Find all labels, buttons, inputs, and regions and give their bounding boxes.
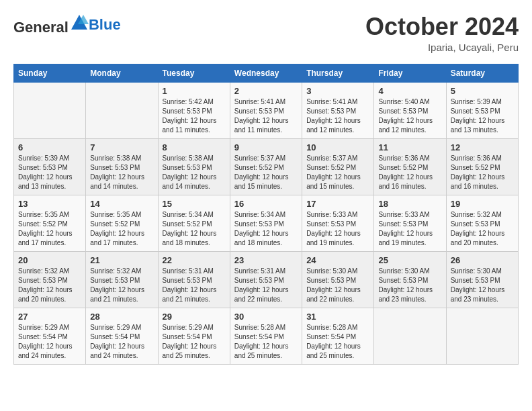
calendar-cell: 18Sunrise: 5:33 AM Sunset: 5:53 PM Dayli… [374,195,446,251]
calendar-cell: 15Sunrise: 5:34 AM Sunset: 5:52 PM Dayli… [158,195,230,251]
day-header-monday: Monday [86,64,158,82]
calendar-cell: 16Sunrise: 5:34 AM Sunset: 5:53 PM Dayli… [230,195,302,251]
day-number: 21 [90,255,153,265]
day-info: Sunrise: 5:38 AM Sunset: 5:53 PM Dayligh… [90,154,153,191]
day-info: Sunrise: 5:31 AM Sunset: 5:53 PM Dayligh… [163,267,226,304]
day-number: 25 [378,255,441,265]
day-number: 4 [378,86,441,96]
day-info: Sunrise: 5:32 AM Sunset: 5:53 PM Dayligh… [18,267,81,304]
day-number: 28 [90,312,153,322]
logo: General Blue [13,13,121,36]
day-number: 17 [306,199,369,209]
calendar-cell: 4Sunrise: 5:40 AM Sunset: 5:53 PM Daylig… [374,82,446,138]
calendar-cell [14,82,86,138]
day-header-thursday: Thursday [302,64,374,82]
day-info: Sunrise: 5:39 AM Sunset: 5:53 PM Dayligh… [18,154,81,191]
calendar-cell: 13Sunrise: 5:35 AM Sunset: 5:52 PM Dayli… [14,195,86,251]
day-info: Sunrise: 5:34 AM Sunset: 5:52 PM Dayligh… [163,210,226,248]
day-info: Sunrise: 5:42 AM Sunset: 5:53 PM Dayligh… [163,97,226,135]
calendar-header: SundayMondayTuesdayWednesdayThursdayFrid… [14,64,519,82]
day-info: Sunrise: 5:37 AM Sunset: 5:52 PM Dayligh… [234,154,298,191]
location: Iparia, Ucayali, Peru [365,42,519,53]
day-info: Sunrise: 5:29 AM Sunset: 5:54 PM Dayligh… [18,323,81,361]
calendar-cell: 11Sunrise: 5:36 AM Sunset: 5:52 PM Dayli… [374,138,446,195]
day-info: Sunrise: 5:35 AM Sunset: 5:52 PM Dayligh… [18,210,81,248]
day-number: 26 [451,255,514,265]
calendar-cell: 27Sunrise: 5:29 AM Sunset: 5:54 PM Dayli… [14,308,86,364]
day-number: 20 [18,255,81,265]
calendar-cell: 6Sunrise: 5:39 AM Sunset: 5:53 PM Daylig… [14,138,86,195]
calendar-cell: 8Sunrise: 5:38 AM Sunset: 5:53 PM Daylig… [158,138,230,195]
day-number: 19 [451,199,514,209]
day-number: 3 [306,86,369,96]
day-info: Sunrise: 5:40 AM Sunset: 5:53 PM Dayligh… [378,97,441,135]
day-number: 22 [163,255,226,265]
day-number: 9 [234,142,298,152]
calendar-cell: 20Sunrise: 5:32 AM Sunset: 5:53 PM Dayli… [14,251,86,308]
day-number: 6 [18,142,81,152]
calendar-cell [86,82,158,138]
day-number: 31 [306,312,369,322]
calendar-cell: 10Sunrise: 5:37 AM Sunset: 5:52 PM Dayli… [302,138,374,195]
day-info: Sunrise: 5:32 AM Sunset: 5:53 PM Dayligh… [90,267,153,304]
calendar-cell: 30Sunrise: 5:28 AM Sunset: 5:54 PM Dayli… [230,308,302,364]
calendar-table: SundayMondayTuesdayWednesdayThursdayFrid… [13,64,519,365]
calendar-cell: 14Sunrise: 5:35 AM Sunset: 5:52 PM Dayli… [86,195,158,251]
calendar-week-2: 6Sunrise: 5:39 AM Sunset: 5:53 PM Daylig… [14,138,519,195]
day-info: Sunrise: 5:30 AM Sunset: 5:53 PM Dayligh… [378,267,441,304]
day-info: Sunrise: 5:36 AM Sunset: 5:52 PM Dayligh… [451,154,514,191]
calendar-cell: 9Sunrise: 5:37 AM Sunset: 5:52 PM Daylig… [230,138,302,195]
day-info: Sunrise: 5:33 AM Sunset: 5:53 PM Dayligh… [306,210,369,248]
calendar-cell [446,308,518,364]
day-info: Sunrise: 5:37 AM Sunset: 5:52 PM Dayligh… [306,154,369,191]
calendar-cell: 26Sunrise: 5:30 AM Sunset: 5:53 PM Dayli… [446,251,518,308]
day-info: Sunrise: 5:39 AM Sunset: 5:53 PM Dayligh… [451,97,514,135]
calendar-cell: 21Sunrise: 5:32 AM Sunset: 5:53 PM Dayli… [86,251,158,308]
day-number: 12 [451,142,514,152]
header-row: SundayMondayTuesdayWednesdayThursdayFrid… [14,64,519,82]
calendar-cell: 2Sunrise: 5:41 AM Sunset: 5:53 PM Daylig… [230,82,302,138]
calendar-cell: 25Sunrise: 5:30 AM Sunset: 5:53 PM Dayli… [374,251,446,308]
logo-icon [70,13,89,32]
calendar-cell: 17Sunrise: 5:33 AM Sunset: 5:53 PM Dayli… [302,195,374,251]
calendar-cell: 12Sunrise: 5:36 AM Sunset: 5:52 PM Dayli… [446,138,518,195]
day-number: 15 [163,199,226,209]
day-info: Sunrise: 5:34 AM Sunset: 5:53 PM Dayligh… [234,210,298,248]
calendar-week-1: 1Sunrise: 5:42 AM Sunset: 5:53 PM Daylig… [14,82,519,138]
day-header-sunday: Sunday [14,64,86,82]
calendar-cell [374,308,446,364]
day-number: 1 [163,86,226,96]
calendar-week-5: 27Sunrise: 5:29 AM Sunset: 5:54 PM Dayli… [14,308,519,364]
calendar-cell: 3Sunrise: 5:41 AM Sunset: 5:53 PM Daylig… [302,82,374,138]
day-info: Sunrise: 5:29 AM Sunset: 5:54 PM Dayligh… [90,323,153,361]
calendar-cell: 24Sunrise: 5:30 AM Sunset: 5:53 PM Dayli… [302,251,374,308]
day-header-saturday: Saturday [446,64,518,82]
day-info: Sunrise: 5:35 AM Sunset: 5:52 PM Dayligh… [90,210,153,248]
calendar-body: 1Sunrise: 5:42 AM Sunset: 5:53 PM Daylig… [14,82,519,364]
calendar-cell: 5Sunrise: 5:39 AM Sunset: 5:53 PM Daylig… [446,82,518,138]
calendar-week-4: 20Sunrise: 5:32 AM Sunset: 5:53 PM Dayli… [14,251,519,308]
day-info: Sunrise: 5:33 AM Sunset: 5:53 PM Dayligh… [378,210,441,248]
logo-text-blue: Blue [89,16,121,34]
day-info: Sunrise: 5:28 AM Sunset: 5:54 PM Dayligh… [234,323,298,361]
day-info: Sunrise: 5:29 AM Sunset: 5:54 PM Dayligh… [163,323,226,361]
day-number: 2 [234,86,298,96]
day-info: Sunrise: 5:41 AM Sunset: 5:53 PM Dayligh… [306,97,369,135]
calendar-cell: 22Sunrise: 5:31 AM Sunset: 5:53 PM Dayli… [158,251,230,308]
day-number: 30 [234,312,298,322]
calendar-week-3: 13Sunrise: 5:35 AM Sunset: 5:52 PM Dayli… [14,195,519,251]
day-number: 8 [163,142,226,152]
day-number: 18 [378,199,441,209]
day-header-tuesday: Tuesday [158,64,230,82]
day-info: Sunrise: 5:38 AM Sunset: 5:53 PM Dayligh… [163,154,226,191]
day-number: 24 [306,255,369,265]
day-number: 27 [18,312,81,322]
calendar-cell: 28Sunrise: 5:29 AM Sunset: 5:54 PM Dayli… [86,308,158,364]
month-title: October 2024 [365,13,519,40]
day-number: 13 [18,199,81,209]
calendar-cell: 19Sunrise: 5:32 AM Sunset: 5:53 PM Dayli… [446,195,518,251]
day-info: Sunrise: 5:30 AM Sunset: 5:53 PM Dayligh… [451,267,514,304]
day-number: 14 [90,199,153,209]
logo-text-general: General [13,19,69,36]
title-block: October 2024 Iparia, Ucayali, Peru [365,13,519,53]
